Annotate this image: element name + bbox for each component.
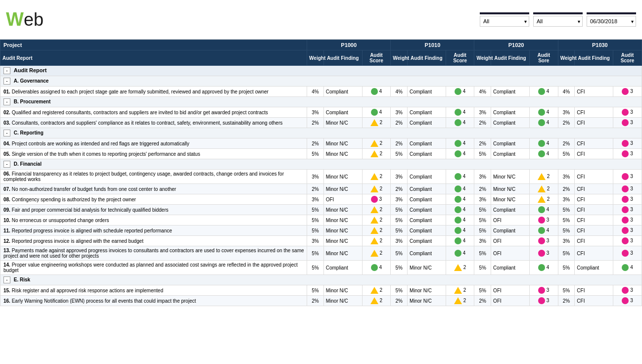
p1000-score-cell: 2 <box>362 296 391 306</box>
compliant-indicator <box>538 119 545 126</box>
compliant-indicator <box>538 88 545 95</box>
minor-nc-indicator <box>370 140 378 147</box>
p1000-finding-cell: Minor N/C <box>323 285 362 296</box>
p1030-score-cell: 3 <box>613 184 642 194</box>
p1030-finding-cell: CFI <box>575 226 613 236</box>
category-collapse-icon[interactable]: - <box>3 276 10 283</box>
p1020-finding-cell: Compliant <box>491 261 530 275</box>
p1010-header: P1010 <box>391 40 474 50</box>
ofi-cfi-indicator <box>371 196 378 203</box>
p1030-finding-cell: CFI <box>575 205 613 215</box>
project-filter-wrapper[interactable]: All <box>533 16 583 27</box>
category-collapse-icon[interactable]: - <box>3 78 10 85</box>
ofi-cfi-indicator <box>622 185 629 192</box>
p1030-score-cell: 3 <box>613 205 642 215</box>
p1020-weight-cell: 5% <box>474 285 491 296</box>
p1010-score-cell: 4 <box>446 149 474 159</box>
category-row-procurement: - B. Procurement <box>0 97 642 107</box>
compliant-indicator <box>538 206 545 213</box>
p1010-finding-cell: Compliant <box>407 246 446 261</box>
p1000-weight-cell: 5% <box>307 261 324 275</box>
category-row-reporting: - C. Reporting <box>0 128 642 138</box>
p1000-score-cell: 3 <box>362 194 391 205</box>
period-filter-select[interactable]: 06/30/2018 <box>587 16 636 27</box>
ofi-cfi-indicator <box>538 237 545 244</box>
p1000-finding-cell: Minor N/C <box>323 138 362 149</box>
minor-nc-indicator <box>454 287 462 294</box>
category-row-financial: - D. Financial <box>0 159 642 170</box>
p1010-score-subheader: Audit Score <box>446 50 474 66</box>
p1000-score-cell: 4 <box>362 107 391 118</box>
filters-area: All All 06/30/2018 <box>480 12 636 27</box>
category-label-reporting: C. Reporting <box>14 130 44 136</box>
minor-nc-indicator <box>370 237 378 244</box>
section-collapse-icon[interactable]: - <box>3 67 10 74</box>
ofi-cfi-indicator <box>622 217 629 224</box>
p1030-score-cell: 3 <box>613 226 642 236</box>
p1000-finding-cell: Minor N/C <box>323 236 362 246</box>
p1000-weight-cell: 2% <box>307 296 324 306</box>
p1000-weight-cell: 3% <box>307 170 324 184</box>
p1000-weight-cell: 2% <box>307 184 324 194</box>
category-label-governance: A. Governance <box>14 78 49 84</box>
period-filter-wrapper[interactable]: 06/30/2018 <box>587 16 636 27</box>
p1010-score-cell: 4 <box>446 194 474 205</box>
p1000-weight-cell: 5% <box>307 226 324 236</box>
p1010-weight-cell: 2% <box>391 296 408 306</box>
p1020-weight-cell: 5% <box>474 246 491 261</box>
item-label-cell: 16. Early Warning Notification (EWN) pro… <box>0 296 307 306</box>
p1010-finding-cell: Minor N/C <box>407 296 446 306</box>
category-filter-select[interactable]: All <box>480 16 529 27</box>
p1000-score-cell: 2 <box>362 170 391 184</box>
p1010-finding-cell: Compliant <box>407 118 446 128</box>
p1020-score-cell: 3 <box>529 246 558 261</box>
p1020-finding-cell: OFI <box>491 215 530 226</box>
table-container[interactable]: Project P1000 P1010 P1020 P1030 Audit Re… <box>0 40 642 364</box>
table-row: 10. No erronecus or unsupported change o… <box>0 215 642 226</box>
p1020-score-cell: 4 <box>529 226 558 236</box>
table-row: 08. Contingency spending is authorized b… <box>0 194 642 205</box>
ofi-cfi-indicator <box>538 287 545 294</box>
category-filter-group: All <box>480 12 529 27</box>
p1020-weight-cell: 3% <box>474 236 491 246</box>
period-filter-group: 06/30/2018 <box>587 12 636 27</box>
p1010-finding-cell: Compliant <box>407 107 446 118</box>
category-collapse-icon[interactable]: - <box>3 161 10 168</box>
p1010-score-cell: 4 <box>446 184 474 194</box>
compliant-indicator <box>455 227 461 234</box>
p1030-finding-cell: CFI <box>575 285 613 296</box>
p1030-score-subheader: Audit Score <box>613 50 642 66</box>
p1030-weight-cell: 2% <box>558 118 575 128</box>
table-row: 09. Fair and proper commercial bid analy… <box>0 205 642 215</box>
minor-nc-indicator <box>370 297 378 304</box>
compliant-indicator <box>371 264 378 271</box>
p1010-weight-cell: 5% <box>391 215 408 226</box>
project-filter-select[interactable]: All <box>533 16 583 27</box>
p1030-score-cell: 3 <box>613 194 642 205</box>
p1020-finding-cell: OFI <box>491 236 530 246</box>
p1020-finding-cell: Compliant <box>491 138 530 149</box>
p1020-finding-cell: Compliant <box>491 87 530 97</box>
p1020-weight-cell: 2% <box>474 118 491 128</box>
p1030-finding-cell: CFI <box>575 184 613 194</box>
compliant-indicator <box>538 140 545 147</box>
ofi-cfi-indicator <box>622 227 629 234</box>
p1030-weight-cell: 5% <box>558 149 575 159</box>
p1000-weight-cell: 5% <box>307 215 324 226</box>
ofi-cfi-indicator <box>538 217 545 224</box>
category-collapse-icon[interactable]: - <box>3 98 10 105</box>
p1000-score-cell: 4 <box>362 261 391 275</box>
logo-web: eb <box>24 9 44 30</box>
p1030-score-cell: 3 <box>613 107 642 118</box>
p1010-weight-cell: 5% <box>391 261 408 275</box>
category-collapse-icon[interactable]: - <box>3 130 10 136</box>
p1020-score-cell: 4 <box>529 205 558 215</box>
p1030-finding-cell: CFI <box>575 118 613 128</box>
p1010-weight-cell: 5% <box>391 226 408 236</box>
item-label-cell: 14. Proper value engineering workshops w… <box>0 261 307 275</box>
category-filter-wrapper[interactable]: All <box>480 16 529 27</box>
minor-nc-indicator <box>370 173 378 180</box>
p1000-finding-cell: Compliant <box>323 261 362 275</box>
p1010-score-cell: 2 <box>446 296 474 306</box>
p1020-weight-cell: 5% <box>474 215 491 226</box>
